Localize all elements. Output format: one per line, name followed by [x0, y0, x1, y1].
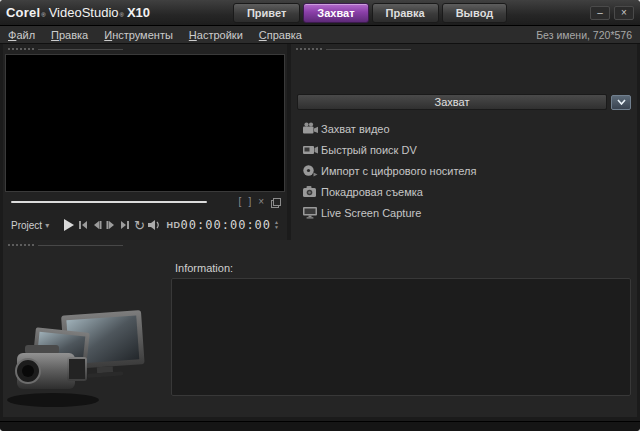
- app-logo: Corel® VideoStudio® X10: [6, 5, 150, 20]
- tab-welcome[interactable]: Привет: [233, 3, 300, 23]
- close-button[interactable]: ×: [614, 6, 634, 20]
- last-frame-icon: [119, 219, 131, 231]
- hd-toggle[interactable]: HD: [167, 220, 181, 230]
- project-status-text: Без имени, 720*576: [536, 29, 632, 41]
- capture-item-label: Покадровая съемка: [321, 186, 423, 198]
- drag-line-icon: [38, 245, 123, 246]
- logo-corel: Corel: [6, 5, 40, 20]
- drag-line-icon: [38, 49, 123, 50]
- registered-mark: ®: [41, 12, 45, 18]
- tab-capture[interactable]: Захват: [303, 3, 368, 23]
- tab-edit[interactable]: Правка: [372, 3, 439, 23]
- capture-item-label: Импорт с цифрового носителя: [321, 165, 476, 177]
- app-window: Corel® VideoStudio® X10 Привет Захват Пр…: [0, 0, 640, 431]
- menubar: Файл Правка Инструменты Настройки Справк…: [0, 26, 640, 44]
- capture-task-list: Захват видео Быстрый поиск DV Импорт с ц…: [299, 118, 631, 223]
- mark-in-icon[interactable]: [: [239, 197, 242, 207]
- player-panel-drag-handle[interactable]: [3, 44, 287, 54]
- end-frame-button[interactable]: [118, 216, 132, 234]
- trim-scrub-track[interactable]: [11, 201, 207, 203]
- player-panel: [ ] × Project ▾: [3, 44, 287, 240]
- split-clip-icon[interactable]: [271, 198, 279, 206]
- video-preview: [5, 54, 285, 192]
- information-box: [171, 278, 631, 396]
- menu-tools[interactable]: Инструменты: [104, 29, 173, 41]
- delete-clip-icon[interactable]: ×: [258, 197, 264, 207]
- project-dropdown-label: Project: [11, 220, 42, 231]
- menu-help[interactable]: Справка: [259, 29, 302, 41]
- information-label: Information:: [175, 262, 233, 274]
- spinner-down-icon[interactable]: ▼: [274, 225, 279, 230]
- previous-frame-button[interactable]: [90, 216, 104, 234]
- stop-motion-item[interactable]: Покадровая съемка: [299, 181, 631, 202]
- loop-icon: ↻: [134, 219, 145, 232]
- play-button[interactable]: [59, 216, 76, 234]
- information-panel: Information:: [3, 240, 637, 417]
- drag-line-icon: [326, 49, 411, 50]
- logo-version: X10: [127, 5, 150, 20]
- playback-controls: Project ▾ ↻: [3, 210, 287, 238]
- home-frame-button[interactable]: [76, 216, 90, 234]
- menu-edit[interactable]: Правка: [51, 29, 88, 41]
- project-dropdown[interactable]: Project ▾: [11, 220, 49, 231]
- loop-playback-button[interactable]: ↻: [132, 216, 146, 234]
- capture-item-label: Быстрый поиск DV: [321, 144, 417, 156]
- step-tabs: Привет Захват Правка Вывод: [150, 3, 590, 23]
- step-forward-icon: [105, 219, 117, 231]
- stop-motion-icon: [299, 185, 321, 198]
- capture-panel-drag-handle[interactable]: [291, 44, 637, 54]
- capture-panel-spacer: [291, 54, 637, 94]
- mark-out-icon[interactable]: ]: [248, 197, 251, 207]
- minimize-button[interactable]: –: [590, 6, 610, 20]
- live-screen-capture-icon: [299, 206, 321, 219]
- chevron-down-icon: ▾: [45, 221, 49, 230]
- tab-share[interactable]: Вывод: [442, 3, 508, 23]
- play-icon: [61, 218, 75, 232]
- volume-button[interactable]: [147, 216, 161, 234]
- window-controls: – ×: [590, 6, 634, 20]
- information-panel-drag-handle[interactable]: [3, 240, 637, 250]
- import-digital-media-item[interactable]: Импорт с цифрового носителя: [299, 160, 631, 181]
- camcorder-illustration: [5, 297, 170, 409]
- capture-video-icon: [299, 122, 321, 135]
- drag-dots-icon: [8, 244, 34, 246]
- bottom-toolbar-strip: [0, 421, 640, 431]
- chevron-down-icon: [617, 99, 626, 105]
- capture-section-header: Захват: [297, 94, 607, 110]
- capture-header-row: Захват: [297, 94, 631, 110]
- menu-settings[interactable]: Настройки: [189, 29, 243, 41]
- main-area: [ ] × Project ▾: [0, 44, 640, 240]
- timecode-spinner[interactable]: ▲ ▼: [274, 220, 279, 230]
- trim-icons: [ ] ×: [239, 197, 279, 207]
- speaker-icon: [147, 219, 161, 231]
- dv-quick-scan-icon: [299, 143, 321, 156]
- capture-item-label: Live Screen Capture: [321, 207, 421, 219]
- capture-options-panel: Захват Захват видео Быстрый поиск DV: [291, 44, 637, 240]
- timecode-control[interactable]: 00:00:00:00 ▲ ▼: [181, 218, 279, 232]
- drag-dots-icon: [296, 48, 322, 50]
- registered-mark: ®: [120, 12, 124, 18]
- menu-file[interactable]: Файл: [8, 29, 35, 41]
- capture-video-item[interactable]: Захват видео: [299, 118, 631, 139]
- next-frame-button[interactable]: [104, 216, 118, 234]
- timecode-value[interactable]: 00:00:00:00: [181, 218, 271, 232]
- drag-dots-icon: [8, 48, 34, 50]
- dv-quick-scan-item[interactable]: Быстрый поиск DV: [299, 139, 631, 160]
- titlebar: Corel® VideoStudio® X10 Привет Захват Пр…: [0, 0, 640, 26]
- trim-bar: [ ] ×: [3, 194, 287, 210]
- collapse-section-button[interactable]: [611, 95, 631, 110]
- step-back-icon: [91, 219, 103, 231]
- import-digital-media-icon: [299, 164, 321, 177]
- first-frame-icon: [77, 219, 89, 231]
- capture-item-label: Захват видео: [321, 123, 390, 135]
- logo-product: VideoStudio: [49, 5, 119, 20]
- live-screen-capture-item[interactable]: Live Screen Capture: [299, 202, 631, 223]
